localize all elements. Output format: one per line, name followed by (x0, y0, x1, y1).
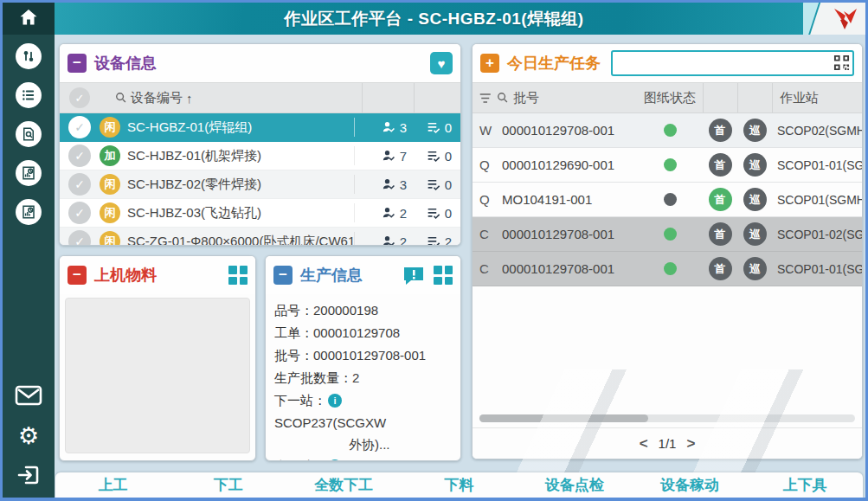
equipment-utilization-button[interactable]: 设备稼动 (632, 475, 747, 495)
info-icon[interactable]: i (328, 394, 342, 408)
qr-scan-icon[interactable] (833, 55, 850, 74)
start-work-button[interactable]: 上工 (55, 475, 170, 495)
equipment-row[interactable]: ✓ 加 SC-HJBZ-01(机架焊接) 7 0 (60, 142, 460, 170)
task-flag: C (479, 261, 502, 276)
field-value: 000010129708-001 (313, 344, 426, 367)
production-panel-title: 生产信息 (300, 265, 363, 286)
row-checkbox[interactable]: ✓ (68, 145, 91, 167)
field-value: SCOP01- (344, 455, 400, 461)
document-search-icon[interactable] (16, 121, 42, 147)
settings-gear-icon[interactable]: ⚙ (18, 425, 39, 447)
equipment-row[interactable]: ✓ 闲 SC-HGBZ-01(焊辊组) 3 0 (60, 113, 460, 142)
fixture-button[interactable]: 上下具 (748, 475, 863, 495)
station-name: SCOP01-01(SGM... (772, 158, 862, 172)
expand-icon[interactable]: + (480, 54, 499, 73)
end-work-button[interactable]: 下工 (170, 475, 286, 495)
field-value-line2: 外协)... (274, 434, 452, 455)
search-icon (115, 92, 127, 104)
patrol-inspection-badge[interactable]: 巡 (743, 153, 767, 177)
equipment-row[interactable]: ✓ 闲 SC-HJBZ-02(零件焊接) 3 0 (60, 170, 460, 199)
collapse-icon[interactable]: − (68, 54, 87, 73)
end-all-work-button[interactable]: 全数下工 (286, 475, 402, 495)
info-icon[interactable]: i (328, 459, 342, 461)
unload-material-button[interactable]: 下料 (402, 475, 517, 495)
action-toolbar: 上工 下工 全数下工 下料 设备点检 设备稼动 上下具 (55, 472, 863, 498)
task-count: 2 (445, 234, 452, 247)
task-row[interactable]: Q MO104191-001 首 巡 SCOP01(SGMH0... (473, 183, 862, 217)
titlebar: 作业区工作平台 - SC-HGBZ-01(焊辊组) (3, 3, 865, 35)
equipment-label: SC-HGBZ-01(焊辊组) (127, 119, 354, 136)
horizontal-scrollbar[interactable] (479, 414, 855, 422)
task-row[interactable]: Q 000010129690-001 首 巡 SCOP01-01(SGM... (473, 148, 862, 183)
favorite-heart-icon[interactable]: ♥ (430, 52, 453, 74)
first-inspection-badge[interactable]: 首 (709, 257, 732, 280)
page-title: 作业区工作平台 - SC-HGBZ-01(焊辊组) (3, 3, 865, 35)
batch-number: 000010129690-001 (502, 157, 637, 172)
page-indicator: 1/1 (659, 436, 677, 451)
mail-icon[interactable] (15, 385, 42, 409)
alert-bubble-icon[interactable] (402, 266, 425, 285)
workstations-icon[interactable] (16, 43, 42, 69)
drawing-status-dot (664, 193, 677, 206)
patrol-inspection-badge[interactable]: 巡 (743, 257, 767, 280)
task-row[interactable]: C 000010129708-001 首 巡 SCOP01-02(SGM... (473, 217, 862, 252)
patrol-column-header (737, 83, 772, 112)
task-search-input[interactable] (611, 50, 854, 76)
station-name: SCOP02(SGMH0... (772, 124, 862, 138)
home-button[interactable] (3, 3, 55, 35)
prev-page-button[interactable]: < (640, 435, 648, 453)
row-checkbox[interactable]: ✓ (68, 116, 91, 138)
first-inspection-badge[interactable]: 首 (709, 153, 732, 177)
first-inspection-badge[interactable]: 首 (709, 222, 732, 246)
drawing-status-dot (664, 124, 677, 137)
home-icon (18, 7, 39, 31)
report-icon-2[interactable] (16, 199, 42, 225)
batch-column-header[interactable]: 批号 (479, 90, 637, 106)
operator-count: 7 (400, 149, 407, 164)
patrol-inspection-badge[interactable]: 巡 (743, 222, 767, 246)
operator-count: 2 (400, 206, 407, 221)
operator-check-icon (382, 234, 396, 246)
exit-icon[interactable] (16, 463, 41, 491)
task-check-icon (427, 235, 441, 247)
collapse-icon[interactable]: − (68, 266, 87, 285)
task-count: 0 (445, 149, 452, 164)
equipment-row[interactable]: ✓ 闲 SC-ZG-01-Φ800×6000(卧式机床/CW6180) 2 2 (60, 228, 460, 246)
expand-grid-icon[interactable] (434, 266, 453, 285)
list-icon[interactable] (16, 82, 42, 108)
first-inspection-badge[interactable]: 首 (709, 188, 732, 211)
task-check-icon (427, 207, 441, 220)
field-value: 000010129708 (313, 322, 400, 344)
operator-check-icon (382, 177, 396, 191)
first-check-column-header (703, 83, 737, 112)
next-page-button[interactable]: > (686, 435, 695, 453)
row-checkbox[interactable]: ✓ (68, 173, 91, 196)
collapse-icon[interactable]: − (273, 266, 293, 285)
patrol-inspection-badge[interactable]: 巡 (743, 188, 767, 211)
report-icon[interactable] (16, 160, 42, 186)
first-inspection-badge[interactable]: 首 (709, 119, 732, 142)
equipment-rows: ✓ 闲 SC-HGBZ-01(焊辊组) 3 0 ✓ 加 SC-HJBZ-01(机… (60, 113, 460, 246)
expand-grid-icon[interactable] (228, 266, 248, 285)
task-row[interactable]: W 000010129708-001 首 巡 SCOP02(SGMH0... (473, 113, 862, 148)
station-name: SCOP01-01(SGM... (772, 262, 862, 276)
drawing-status-column-header: 图纸状态 (637, 90, 703, 106)
equipment-code-column-header[interactable]: 设备编号 ↑ (100, 90, 362, 106)
task-check-icon (427, 150, 441, 163)
operator-count: 3 (400, 120, 407, 135)
tasks-panel-title: 今日生产任务 (507, 53, 601, 74)
drawing-status-dot (664, 262, 677, 275)
patrol-inspection-badge[interactable]: 巡 (743, 119, 767, 142)
select-all-checkbox[interactable]: ✓ (69, 87, 90, 108)
task-row[interactable]: C 000010129708-001 首 巡 SCOP01-01(SGM... (473, 252, 862, 286)
operator-check-icon (382, 206, 396, 220)
operator-count: 2 (400, 234, 407, 247)
equipment-table-header: ✓ 设备编号 ↑ (60, 82, 460, 113)
equipment-row[interactable]: ✓ 闲 SC-HJBZ-03(飞边钻孔) 2 0 (60, 199, 460, 228)
equipment-check-button[interactable]: 设备点检 (517, 475, 632, 495)
row-checkbox[interactable]: ✓ (68, 202, 91, 224)
production-info: 品号：200000198 工单：000010129708 批号：00001012… (266, 294, 460, 461)
scrollbar-thumb[interactable] (479, 414, 648, 422)
row-checkbox[interactable]: ✓ (68, 230, 91, 246)
batch-number: 000010129708-001 (502, 261, 637, 276)
